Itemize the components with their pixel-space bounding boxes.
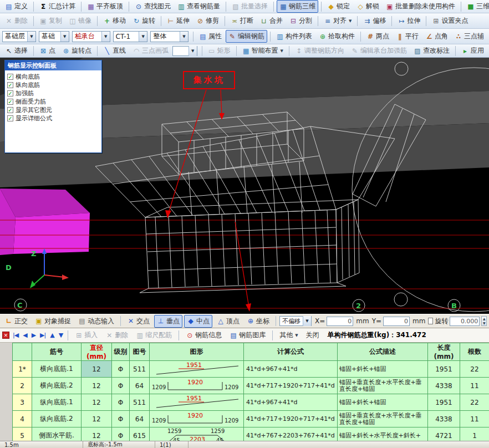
y-coord-input[interactable] [383, 317, 410, 326]
display-mode-combo[interactable]: 整体▼ [150, 31, 189, 42]
cell-grade[interactable]: Φ [112, 427, 130, 441]
line-button[interactable]: ╲直线 [100, 44, 129, 57]
checkbox-checked-icon[interactable]: ✓ [7, 107, 13, 113]
header-length[interactable]: 长度(mm) [428, 343, 460, 361]
cell-figure[interactable]: 1259 45 2203 1259 45 [150, 427, 244, 441]
spin-down-icon[interactable]: ▼ [483, 321, 486, 325]
cell-length[interactable]: 4721 [428, 427, 460, 441]
floor-combo[interactable]: 基础层▼ [2, 31, 36, 42]
cell-quantity[interactable]: 22 [460, 394, 489, 411]
snap-vertex-toggle[interactable]: △顶点 [214, 315, 242, 328]
cell-row-number[interactable]: 4 [13, 411, 32, 427]
edit-annotation-button[interactable]: ▨查改标注 [411, 44, 452, 57]
scaled-rebar-button[interactable]: ▥缩尺配筋 [133, 329, 175, 342]
rotate-button[interactable]: ↻旋转 [130, 14, 158, 27]
header-formula[interactable]: 计算公式 [244, 343, 338, 361]
component-name-combo[interactable]: CT-1▼ [113, 31, 148, 42]
cell-diameter[interactable]: 12 [81, 394, 112, 411]
cell-quantity[interactable]: 11 [460, 411, 489, 427]
spin-up-icon[interactable]: ▲ [483, 317, 486, 321]
cell-formula[interactable]: 41*d+717+1920+717+41*d [244, 411, 338, 427]
cell-figure[interactable]: 1209 1920 1209 [150, 378, 244, 394]
snap-coordinate-toggle[interactable]: ⊕坐标 [244, 315, 272, 328]
header-diameter[interactable]: 直径(mm) [81, 343, 112, 361]
snap-midpoint-toggle[interactable]: ◆中点 [184, 315, 212, 328]
pick-component-button[interactable]: ⊕拾取构件 [316, 30, 358, 43]
cell-length[interactable]: 1951 [428, 394, 460, 411]
mirror-button[interactable]: ◫镜像 [66, 14, 94, 27]
angle-spinner[interactable]: ▲▼ [481, 316, 487, 326]
rebar-3d-toggle[interactable]: ▦钢筋三维 [277, 0, 318, 13]
cell-figure-no[interactable]: 615 [130, 427, 150, 441]
find-element-button[interactable]: ⊙查找图元 [132, 0, 174, 13]
rotate-angle-input[interactable] [450, 317, 480, 326]
move-row-up-button[interactable]: ▲ [49, 331, 55, 339]
adjust-rebar-direction-button[interactable]: ↕调整钢筋方向 [292, 44, 347, 57]
smart-layout-button[interactable]: ▦智能布置▼ [240, 44, 286, 57]
element-type-combo[interactable]: 桩承台▼ [72, 31, 110, 42]
set-grip-button[interactable]: ⊞设置夹点 [429, 14, 471, 27]
header-bar-name[interactable]: 筋号 [32, 343, 81, 361]
move-row-down-button[interactable]: ▼ [58, 331, 64, 339]
cell-formula-desc[interactable]: 锚固+斜长+锚固 [338, 394, 428, 411]
cell-figure[interactable]: 1951 [150, 361, 244, 378]
align-button[interactable]: ≡对齐▼ [321, 14, 354, 27]
table-row[interactable]: 1* 横向底筋.1 12 Φ 511 1951 41*d+967+41*d 锚固… [13, 361, 489, 378]
select-button[interactable]: ↖选择 [2, 44, 30, 57]
checkbox-checked-icon[interactable]: ✓ [7, 115, 13, 121]
arc-options-combo[interactable]: ▼ [172, 46, 197, 56]
cell-length[interactable]: 4338 [428, 378, 460, 394]
header-formula-desc[interactable]: 公式描述 [338, 343, 428, 361]
summary-calc-button[interactable]: Σ汇总计算 [37, 0, 78, 13]
split-button[interactable]: ⊟分割 [287, 14, 315, 27]
cell-figure-no[interactable]: 64 [130, 411, 150, 427]
three-point-aux-button[interactable]: ∴三点辅 [452, 30, 487, 43]
panel-item-strengthen[interactable]: ✓加强筋 [7, 89, 99, 98]
cell-bar-name[interactable]: 纵向底筋.2 [32, 411, 81, 427]
cell-bar-name[interactable]: 横向底筋.2 [32, 378, 81, 394]
header-figure[interactable]: 图形 [150, 343, 244, 361]
rotate-point-button[interactable]: ⊛旋转点 [59, 44, 94, 57]
cell-formula[interactable]: 41*d+717+1920+717+41*d [244, 378, 338, 394]
edit-cap-strengthen-button[interactable]: ✎编辑承台加强筋 [348, 44, 410, 57]
cell-figure-no[interactable]: 64 [130, 378, 150, 394]
cell-bar-name[interactable]: 侧面水平筋. [32, 427, 81, 441]
cell-formula-desc[interactable]: 锚固+斜长+水平长度+斜长+ [338, 427, 428, 441]
rebar-gallery-button[interactable]: ▤钢筋图库 [227, 329, 268, 342]
x-coord-input[interactable] [327, 317, 353, 326]
close-grid-button[interactable]: 关闭 [303, 329, 322, 342]
close-pane-icon[interactable]: ✕ [2, 332, 9, 339]
panel-item-show-formula[interactable]: ✓显示详细公式 [7, 114, 99, 123]
cell-quantity[interactable]: 22 [460, 361, 489, 378]
object-snap-toggle[interactable]: ▣对象捕捉 [32, 315, 74, 328]
offset-button[interactable]: ⇉偏移 [360, 14, 389, 27]
snap-intersection-toggle[interactable]: ✕交点 [124, 315, 152, 328]
first-row-button[interactable]: |◀ [12, 331, 19, 339]
cell-diameter[interactable]: 12 [81, 361, 112, 378]
cell-figure-no[interactable]: 511 [130, 394, 150, 411]
component-list-button[interactable]: ▥构件列表 [273, 30, 315, 43]
cell-formula-desc[interactable]: 锚固+斜长+锚固 [338, 361, 428, 378]
point-angle-button[interactable]: ∠点角 [422, 30, 451, 43]
batch-select-button[interactable]: ▧批量选择 [229, 0, 271, 13]
cell-quantity[interactable]: 11 [460, 378, 489, 394]
cell-formula-desc[interactable]: 锚固+垂直长度+水平长度+垂直长度+锚固 [338, 411, 428, 427]
two-point-button[interactable]: #两点 [364, 30, 392, 43]
panel-item-side-bars[interactable]: ✓侧面受力筋 [7, 98, 99, 106]
move-button[interactable]: +移动 [100, 14, 129, 27]
cell-grade[interactable]: Φ [112, 378, 130, 394]
stretch-button[interactable]: ↦拉伸 [395, 14, 423, 27]
delete-button[interactable]: ✕删除 [2, 14, 30, 27]
prev-row-button[interactable]: ◀ [22, 331, 28, 339]
view-rebar-qty-button[interactable]: ▥查看钢筋量 [175, 0, 223, 13]
other-menu-button[interactable]: 其他▼ [277, 329, 300, 342]
extend-button[interactable]: ⊢延伸 [164, 14, 192, 27]
copy-button[interactable]: ▣复制 [37, 14, 65, 27]
point-button[interactable]: ⊠点 [37, 44, 58, 57]
table-row[interactable]: 4 纵向底筋.2 12 Φ 64 1209 1920 1209 41*d+717… [13, 411, 489, 427]
rotate-checkbox[interactable] [428, 318, 433, 324]
parallel-button[interactable]: ∥平行 [393, 30, 421, 43]
next-row-button[interactable]: ▶ [30, 331, 37, 339]
insert-row-button[interactable]: ⊞插入 [72, 329, 100, 342]
cell-figure[interactable]: 1209 1920 1209 [150, 411, 244, 427]
